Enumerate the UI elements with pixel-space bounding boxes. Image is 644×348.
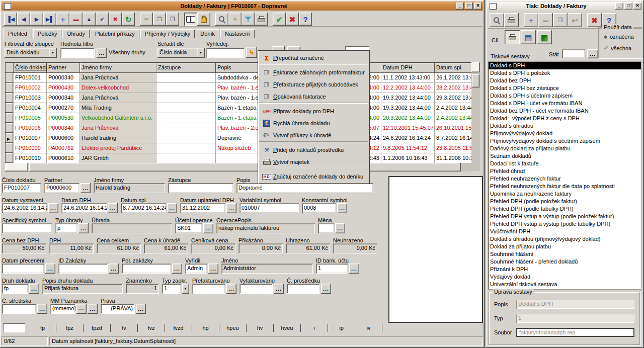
state-input[interactable]	[562, 49, 585, 58]
report-item[interactable]: Výdajový doklad	[489, 273, 641, 281]
field-value[interactable]: P0000600	[44, 183, 79, 193]
use-data-all-option[interactable]: ✔ všechna	[604, 45, 631, 51]
tab[interactable]: Přehled	[3, 29, 32, 39]
field-value[interactable]: p	[55, 223, 77, 233]
column-header[interactable]: Číslo dokladu	[14, 63, 47, 73]
storno-button[interactable]: ✖	[286, 13, 299, 26]
search-input[interactable]	[206, 48, 245, 58]
dropdown-button[interactable]: ▼	[182, 284, 189, 294]
next-record-button[interactable]: ▶	[30, 13, 43, 26]
report-item[interactable]: Upomínka za neuhrazené faktury	[489, 190, 641, 198]
type-tab[interactable]: iv	[355, 324, 382, 332]
type-tab[interactable]: i	[301, 324, 328, 332]
tab[interactable]: Položky	[33, 29, 62, 38]
ellipsis-button[interactable]: ...	[226, 203, 236, 213]
menu-item[interactable]: € Rychlá úhrada dokladu	[259, 117, 368, 129]
ellipsis-button[interactable]: ...	[337, 203, 347, 213]
report-item[interactable]: Souhrnné hlášení - přehled dokladů	[489, 258, 641, 266]
state-ellipsis-button[interactable]: ...	[587, 49, 598, 58]
paste-report-button[interactable]: ❒	[553, 13, 568, 27]
close-button[interactable]: ✕	[474, 3, 482, 10]
edit-popis-value[interactable]: Doklad s DPH	[516, 300, 634, 309]
minimize-button[interactable]: _	[615, 3, 623, 10]
ellipsis-button[interactable]: ...	[167, 203, 177, 213]
report-item[interactable]: Doklad za přijatou platbu	[489, 243, 641, 250]
column-header[interactable]	[6, 63, 14, 73]
field-value[interactable]: Dopravné	[236, 183, 373, 193]
report-item[interactable]: Doklad bez DPH - účet ve formátu IBAN	[489, 107, 641, 115]
target-export-button[interactable]: ▦	[537, 30, 552, 44]
delete-report-button[interactable]: ▬	[538, 13, 553, 27]
type-tab[interactable]: ip	[328, 324, 355, 332]
ellipsis-button[interactable]: ...	[274, 284, 284, 294]
column-header[interactable]: Zástupce	[156, 63, 216, 73]
type-tab[interactable]: fvzd	[165, 324, 192, 332]
vertical-scroll-thumb[interactable]	[472, 74, 479, 88]
tab[interactable]: Úhrady	[62, 29, 89, 38]
ellipsis-button[interactable]: ...	[349, 264, 359, 274]
type-tab[interactable]: hp	[192, 324, 219, 332]
undo-button[interactable]: ↩	[568, 13, 582, 27]
print-button[interactable]	[504, 13, 519, 27]
report-item[interactable]: Přehled úhrad	[489, 167, 641, 175]
report-item[interactable]: Doklad s DPH	[489, 62, 641, 69]
add-record-button[interactable]: +	[56, 13, 69, 26]
table-row[interactable]: FP010009 PA000762 Elektro prodej Pardubi…	[6, 143, 472, 153]
chevron-down-icon[interactable]: ▼	[49, 48, 57, 58]
table-row[interactable]: FP010006 P0000340 Jana Průchová Plav. ba…	[6, 123, 472, 133]
field-value[interactable]	[287, 284, 320, 294]
filter-button[interactable]	[242, 13, 255, 26]
menu-item[interactable]: ⚒ Přidej do nákladů prostředku	[259, 144, 368, 156]
print-titlebar[interactable]: Tisk: Doklady / Faktury _□✕	[487, 2, 642, 11]
field-value[interactable]: 1	[162, 284, 181, 294]
menu-item[interactable]: Zaúčtuj označené doklady do deníku	[259, 170, 368, 183]
menu-item[interactable]: € Vytvoř příkazy k úhradě	[259, 129, 368, 142]
edit-typ-value[interactable]: 1	[516, 314, 634, 323]
report-item[interactable]: Doklad s DPH - učet ve formátu IBAN	[489, 100, 641, 107]
field-value[interactable]: 1	[316, 264, 348, 274]
menu-item[interactable]: ❐ Fakturace zálohových proformafaktur	[259, 66, 368, 78]
menu-item[interactable]: ❐ Přefakturace přijatých subdodávek	[259, 78, 368, 91]
report-item[interactable]: Doklad bez DPH	[489, 77, 641, 84]
field-value[interactable]: 0008	[302, 203, 336, 213]
field-value[interactable]: 31.12.2002	[180, 203, 225, 213]
report-item[interactable]: Přehled DPH vstup a výstup (podle polože…	[489, 213, 641, 220]
column-header[interactable]: Jméno firmy	[80, 63, 156, 73]
field-value[interactable]	[318, 223, 334, 233]
ellipsis-button[interactable]: ...	[48, 203, 58, 213]
search-go-button[interactable]: ϟ	[246, 47, 257, 58]
column-header[interactable]: Datum DPH	[381, 63, 435, 73]
target-preview-button[interactable]: ▤	[521, 30, 536, 44]
ellipsis-button[interactable]: ...	[45, 264, 55, 274]
ellipsis-button[interactable]: ...	[78, 223, 89, 233]
ellipsis-button[interactable]: ...	[109, 264, 119, 274]
field-value[interactable]: SK01	[175, 223, 202, 233]
ellipsis-button[interactable]: ...	[203, 223, 213, 233]
report-item[interactable]: Doklad s DPH bez zástupce	[489, 84, 641, 92]
ok-button[interactable]: ✔	[273, 13, 286, 26]
report-item[interactable]: Univerzální tisková sestava	[489, 281, 641, 288]
field-value[interactable]: FP010007	[2, 183, 41, 193]
type-tab[interactable]: hv	[247, 324, 274, 332]
report-item[interactable]: Doklad s úhradou	[489, 122, 641, 130]
ellipsis-button[interactable]: ...	[321, 284, 331, 294]
ellipsis-button[interactable]: ...	[29, 284, 39, 294]
sort-select[interactable]: Číslo dokla ▼	[157, 48, 205, 58]
ellipsis-button[interactable]: ...	[80, 183, 91, 193]
type-tab[interactable]: fp	[29, 324, 56, 332]
delete-record-button[interactable]: ▬	[69, 13, 83, 26]
prev-record-button[interactable]: ◀	[17, 13, 30, 26]
report-item[interactable]: Doklad s úhradou (příjmový/výdajový dokl…	[489, 235, 641, 243]
menu-item[interactable]: Vytvoř majetek	[259, 156, 368, 168]
horizontal-scroll-thumb[interactable]	[29, 163, 461, 171]
use-data-marked-option[interactable]: ◆ označená	[604, 34, 634, 40]
settings-button[interactable]: ✳	[228, 13, 242, 26]
ellipsis-button[interactable]: ...	[208, 264, 218, 274]
maximize-button[interactable]: □	[465, 3, 473, 10]
paste-button[interactable]: ❒	[166, 13, 179, 26]
chevron-down-icon[interactable]: ▼	[197, 48, 205, 58]
field-value[interactable]: (mmemo)	[50, 304, 75, 314]
field-value[interactable]	[168, 183, 233, 193]
close-button[interactable]: ✕	[633, 3, 641, 10]
help-button[interactable]: ?	[299, 13, 312, 26]
